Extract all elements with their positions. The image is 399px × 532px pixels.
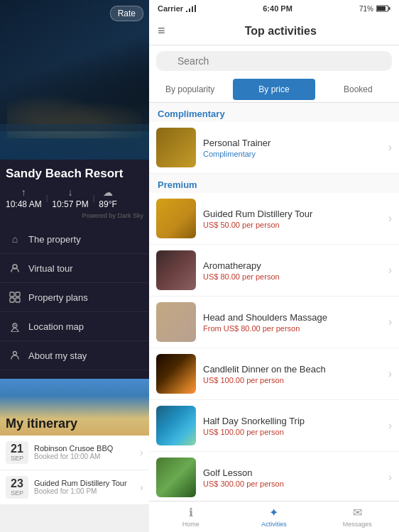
nav-menu: ⌂ The property Virtual tour Property pla… xyxy=(0,225,149,379)
messages-tab-icon: ✉ xyxy=(353,506,362,519)
itinerary-items: 21 Sep Robinson Crusoe BBQ Booked for 10… xyxy=(0,436,149,505)
activity-personal-trainer[interactable]: Personal Trainer Complimentary › xyxy=(149,122,399,174)
sidebar-item-my-bookings[interactable]: My bookings xyxy=(0,370,149,379)
tab-activities[interactable]: ✦ Activities xyxy=(232,501,315,532)
search-input[interactable] xyxy=(156,51,392,71)
sidebar-item-virtual-tour[interactable]: Virtual tour xyxy=(0,254,149,283)
activity-name-golf: Golf Lesson xyxy=(203,467,381,478)
activity-name-snorkel: Half Day Snorkelling Trip xyxy=(203,416,381,426)
itinerary-item-info-1: Guided Rum Distillery Tour Booked for 1:… xyxy=(34,479,134,495)
sidebar-item-about-stay-label: About my stay xyxy=(28,350,87,361)
activity-aromatherapy[interactable]: Aromatherapy US$ 80.00 per person › xyxy=(149,245,399,297)
sidebar-item-about-stay[interactable]: About my stay xyxy=(0,341,149,370)
chevron-right-icon-snorkel: › xyxy=(388,419,392,432)
section-header-complimentary: Complimentary xyxy=(149,103,399,122)
tab-by-popularity[interactable]: By popularity xyxy=(149,77,231,102)
itinerary-item-title-0: Robinson Crusoe BBQ xyxy=(34,444,134,453)
sunrise-time: 10:48 AM xyxy=(6,199,42,209)
activity-snorkel[interactable]: Half Day Snorkelling Trip US$ 100.00 per… xyxy=(149,400,399,452)
activity-name-rum: Guided Rum Distillery Tour xyxy=(203,209,381,219)
weather-row: ↑ 10:48 AM | ↓ 10:57 PM | ☁ 89°F xyxy=(6,187,143,209)
svg-rect-4 xyxy=(16,298,20,302)
activity-thumb-massage xyxy=(156,302,196,342)
hotel-name: Sandy Beach Resort xyxy=(6,167,143,181)
date-badge-0: 21 Sep xyxy=(6,441,28,464)
rate-button[interactable]: Rate xyxy=(110,6,143,21)
itinerary-item-subtitle-1: Booked for 1:00 PM xyxy=(34,487,134,495)
filter-tabs: By popularity By price Booked xyxy=(149,77,399,103)
date-day-0: 21 xyxy=(10,443,24,455)
sunset-time: 10:57 PM xyxy=(52,199,88,209)
status-carrier: Carrier xyxy=(158,4,196,13)
chevron-right-icon-massage: › xyxy=(388,316,392,328)
activity-thumb-golf xyxy=(156,458,196,497)
activity-info-massage: Head and Shoulders Massage From US$ 80.0… xyxy=(203,312,381,333)
date-month-1: Sep xyxy=(10,489,24,497)
activity-massage[interactable]: Head and Shoulders Massage From US$ 80.0… xyxy=(149,297,399,348)
sunrise-icon: ↑ xyxy=(21,187,26,198)
activity-name-aromatherapy: Aromatherapy xyxy=(203,260,381,271)
activity-info-snorkel: Half Day Snorkelling Trip US$ 100.00 per… xyxy=(203,416,381,436)
itinerary-image: My itinerary xyxy=(0,379,149,436)
activity-info-golf: Golf Lesson US$ 300.00 per person xyxy=(203,467,381,488)
activities-tab-label: Activities xyxy=(261,521,287,528)
right-panel: Carrier 6:40 PM 71% ≡ Top activities 🔍 B… xyxy=(149,0,399,532)
activity-info-aromatherapy: Aromatherapy US$ 80.00 per person xyxy=(203,260,381,281)
itinerary-item-subtitle-0: Booked for 10:00 AM xyxy=(34,453,134,460)
itinerary-title: My itinerary xyxy=(6,416,77,431)
chevron-right-icon-rum: › xyxy=(388,212,392,225)
powered-by-text: Powered by Dark Sky xyxy=(6,212,143,219)
home-tab-icon: ℹ xyxy=(189,506,193,519)
hotel-info: Sandy Beach Resort ↑ 10:48 AM | ↓ 10:57 … xyxy=(0,160,149,225)
top-bar: ≡ Top activities xyxy=(149,17,399,45)
tab-booked[interactable]: Booked xyxy=(317,77,399,102)
svg-rect-2 xyxy=(16,292,20,297)
activity-price-snorkel: US$ 100.00 per person xyxy=(203,428,381,436)
chevron-right-icon-golf: › xyxy=(388,471,392,484)
itinerary-item-1[interactable]: 23 Sep Guided Rum Distillery Tour Booked… xyxy=(0,470,149,505)
sunset-icon: ↓ xyxy=(68,187,73,198)
svg-point-7 xyxy=(13,352,17,355)
itinerary-item-info-0: Robinson Crusoe BBQ Booked for 10:00 AM xyxy=(34,444,134,460)
activity-price-rum: US$ 50.00 per person xyxy=(203,221,381,229)
activity-golf[interactable]: Golf Lesson US$ 300.00 per person › xyxy=(149,452,399,501)
itinerary-item-0[interactable]: 21 Sep Robinson Crusoe BBQ Booked for 10… xyxy=(0,436,149,470)
sidebar-item-property[interactable]: ⌂ The property xyxy=(0,225,149,254)
sidebar-item-property-plans[interactable]: Property plans xyxy=(0,283,149,312)
activity-price-aromatherapy: US$ 80.00 per person xyxy=(203,272,381,281)
status-battery: 71% xyxy=(359,5,390,13)
activity-candle-dinner[interactable]: Candlelit Dinner on the Beach US$ 100.00… xyxy=(149,348,399,400)
tab-by-price[interactable]: By price xyxy=(233,79,315,100)
temperature-info: ☁ 89°F xyxy=(99,187,116,209)
chevron-right-icon-aromatherapy: › xyxy=(388,264,392,277)
location-map-icon xyxy=(9,320,21,333)
activity-rum-distillery[interactable]: Guided Rum Distillery Tour US$ 50.00 per… xyxy=(149,193,399,245)
activity-thumb-aromatherapy xyxy=(156,250,196,290)
sidebar-item-location-map-label: Location map xyxy=(28,321,84,332)
sidebar-item-location-map[interactable]: Location map xyxy=(0,312,149,341)
tab-home[interactable]: ℹ Home xyxy=(149,501,232,532)
sidebar-item-property-label: The property xyxy=(28,234,81,245)
sunrise-info: ↑ 10:48 AM xyxy=(6,187,42,209)
date-day-1: 23 xyxy=(10,478,24,489)
sidebar-item-virtual-tour-label: Virtual tour xyxy=(28,263,73,274)
sidebar-item-property-plans-label: Property plans xyxy=(28,292,88,303)
date-month-0: Sep xyxy=(10,455,24,462)
activity-thumb-rum xyxy=(156,199,196,238)
hotel-image: Rate xyxy=(0,0,149,160)
activities-tab-icon: ✦ xyxy=(269,506,278,519)
activity-info-personal-trainer: Personal Trainer Complimentary xyxy=(203,138,381,158)
activity-name-candle: Candlelit Dinner on the Beach xyxy=(203,364,381,375)
activity-thumb-candle xyxy=(156,354,196,394)
status-bar: Carrier 6:40 PM 71% xyxy=(149,0,399,17)
chevron-right-icon-1: › xyxy=(140,482,143,493)
svg-point-6 xyxy=(14,325,16,326)
about-stay-icon xyxy=(9,349,21,362)
tab-messages[interactable]: ✉ Messages xyxy=(316,501,399,532)
activity-thumb-snorkel xyxy=(156,406,196,445)
search-wrapper: 🔍 xyxy=(156,51,392,71)
activity-info-rum: Guided Rum Distillery Tour US$ 50.00 per… xyxy=(203,209,381,229)
temperature: 89°F xyxy=(99,199,116,209)
menu-icon[interactable]: ≡ xyxy=(158,23,165,38)
date-badge-1: 23 Sep xyxy=(6,476,28,499)
